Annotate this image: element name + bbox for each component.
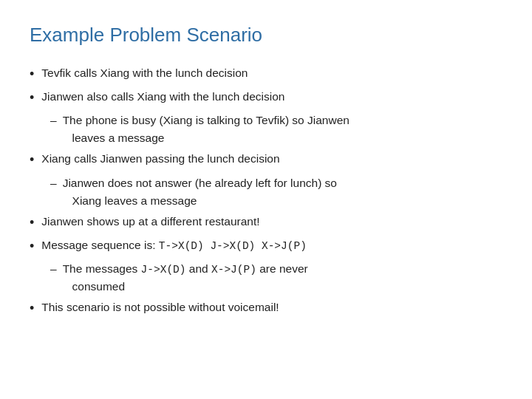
- bullet-list: • Tevfik calls Xiang with the lunch deci…: [30, 64, 502, 318]
- list-item: • Message sequence is: T->X(D) J->X(D) X…: [30, 236, 502, 256]
- sub-item: – The messages J->X(D) and X->J(P) are n…: [50, 260, 502, 296]
- message-prefix: Message sequence is:: [41, 239, 159, 251]
- sub-line2: leaves a message: [63, 132, 165, 144]
- mono-2: J->X(D): [210, 240, 255, 252]
- bullet-dot: •: [30, 237, 34, 256]
- slide-title: Example Problem Scenario: [30, 24, 502, 47]
- sub-text: Jianwen does not answer (he already left…: [63, 174, 502, 210]
- bullet-dot: •: [30, 151, 34, 169]
- sub-line2: consumed: [63, 280, 125, 293]
- sub-line1: Jianwen does not answer (he already left…: [63, 177, 337, 189]
- sub-text: The messages J->X(D) and X->J(P) are nev…: [63, 260, 502, 296]
- sub-line1: The phone is busy (Xiang is talking to T…: [63, 114, 349, 126]
- bullet-text: Jianwen shows up at a different restaura…: [41, 213, 502, 231]
- mono-b: X->J(P): [211, 264, 256, 276]
- sub-dash: –: [50, 260, 57, 278]
- and-text: and: [186, 262, 211, 275]
- sub-dash: –: [50, 174, 57, 192]
- list-item: • Xiang calls Jianwen passing the lunch …: [30, 150, 502, 169]
- mono-1: T->X(D): [159, 240, 204, 252]
- bullet-text: Xiang calls Jianwen passing the lunch de…: [41, 150, 502, 168]
- slide-content: • Tevfik calls Xiang with the lunch deci…: [30, 64, 502, 323]
- bullet-dot: •: [30, 65, 34, 83]
- sub-item: – The phone is busy (Xiang is talking to…: [50, 112, 502, 147]
- bullet-dot: •: [30, 89, 34, 107]
- sub-line2: Xiang leaves a message: [63, 194, 197, 207]
- bullet-text: Jianwen also calls Xiang with the lunch …: [41, 88, 502, 106]
- sub-item: – Jianwen does not answer (he already le…: [50, 174, 502, 210]
- sub-dash: –: [50, 112, 57, 129]
- sub-line1-suffix: are never: [256, 262, 308, 275]
- list-item: • This scenario is not possible without …: [30, 299, 502, 318]
- bullet-dot: •: [30, 299, 34, 318]
- slide: Example Problem Scenario • Tevfik calls …: [0, 0, 532, 399]
- sub-line1-prefix: The messages: [63, 262, 141, 275]
- list-item: • Jianwen also calls Xiang with the lunc…: [30, 88, 502, 107]
- bullet-text: This scenario is not possible without vo…: [41, 299, 502, 316]
- mono-a: J->X(D): [141, 264, 186, 276]
- mono-3: X->J(P): [262, 240, 307, 252]
- bullet-text: Message sequence is: T->X(D) J->X(D) X->…: [41, 236, 502, 254]
- list-item: • Jianwen shows up at a different restau…: [30, 213, 502, 232]
- bullet-dot: •: [30, 214, 34, 232]
- sub-text: The phone is busy (Xiang is talking to T…: [63, 112, 502, 147]
- list-item: • Tevfik calls Xiang with the lunch deci…: [30, 64, 502, 83]
- bullet-text: Tevfik calls Xiang with the lunch decisi…: [41, 64, 502, 82]
